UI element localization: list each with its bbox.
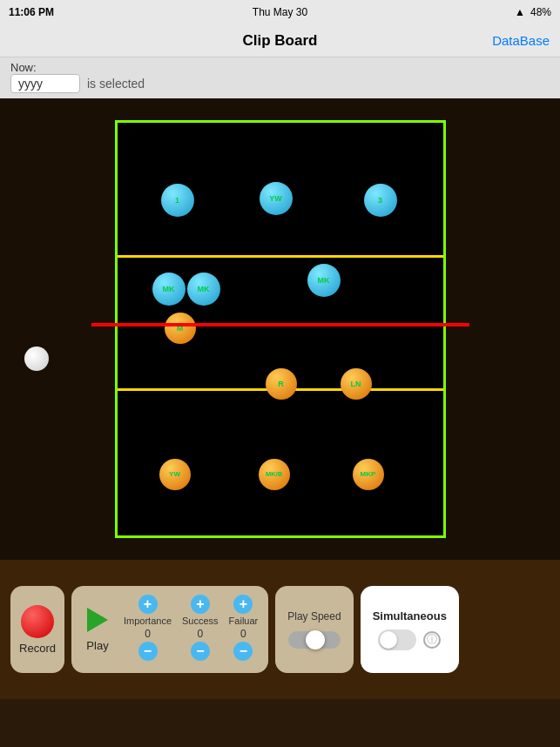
speed-label: Play Speed (287, 610, 341, 622)
now-label: Now: (10, 61, 550, 74)
toggle-thumb (380, 631, 397, 649)
play-label: Play (86, 639, 108, 652)
success-label: Success (182, 616, 219, 626)
play-controls: Play + Importance 0 − + Success 0 − + Fa… (71, 586, 268, 673)
speed-slider[interactable] (288, 631, 341, 649)
ball-b4[interactable]: MK (152, 273, 186, 306)
success-group: + Success 0 − (182, 595, 219, 661)
white-ball (24, 347, 49, 371)
court: 1 YW 3 MK MK MK M R LN YW MK/B MKP (115, 120, 446, 538)
ball-b9[interactable]: LN (341, 368, 372, 400)
importance-value: 0 (145, 628, 151, 640)
failuar-group: + Failuar 0 − (229, 595, 259, 661)
play-top: Play + Importance 0 − + Success 0 − + Fa… (82, 595, 258, 661)
status-day: Thu May 30 (253, 6, 307, 18)
court-container: 1 YW 3 MK MK MK M R LN YW MK/B MKP (0, 98, 560, 560)
now-bar: Now: yyyy is selected (0, 57, 560, 98)
ball-b11[interactable]: MK/B (259, 459, 290, 490)
toolbar: Record Play + Importance 0 − + Success (0, 560, 560, 699)
play-triangle-icon (87, 608, 108, 632)
success-minus-button[interactable]: − (191, 642, 210, 661)
database-button[interactable]: DataBase (492, 33, 550, 48)
court-line-top (118, 255, 443, 258)
info-icon[interactable]: ⓘ (423, 631, 441, 649)
ball-b6[interactable]: MK (307, 264, 341, 297)
status-right: ▲ 48% (515, 6, 551, 18)
wifi-icon: ▲ (515, 6, 525, 18)
ball-b12[interactable]: MKP (353, 459, 384, 490)
title-bar: Clip Board DataBase (0, 24, 560, 57)
ball-b8[interactable]: R (266, 368, 297, 400)
ball-b7[interactable]: M (165, 313, 196, 344)
simultaneous-label: Simultaneous (373, 609, 447, 622)
speed-container: Play Speed (275, 586, 353, 673)
now-value[interactable]: yyyy (10, 74, 80, 93)
simultaneous-container: Simultaneous ⓘ (361, 586, 459, 673)
importance-minus-button[interactable]: − (138, 642, 158, 661)
ball-b1[interactable]: 1 (161, 184, 194, 217)
ball-b10[interactable]: YW (159, 459, 191, 490)
failuar-value: 0 (240, 628, 246, 640)
battery-text: 48% (530, 6, 551, 18)
selected-text: is selected (87, 77, 145, 91)
importance-plus-button[interactable]: + (138, 595, 158, 614)
ball-b3[interactable]: 3 (364, 184, 397, 217)
record-button[interactable] (21, 605, 54, 638)
failuar-minus-button[interactable]: − (233, 642, 253, 661)
ball-b2[interactable]: YW (260, 182, 293, 215)
ball-b5[interactable]: MK (187, 273, 220, 306)
record-container: Record (10, 586, 64, 673)
simultaneous-toggle[interactable] (378, 629, 416, 650)
failuar-plus-button[interactable]: + (233, 595, 253, 614)
importance-group: + Importance 0 − (124, 595, 172, 661)
speed-thumb (306, 630, 325, 649)
failuar-label: Failuar (229, 616, 259, 626)
record-label: Record (19, 642, 56, 655)
success-plus-button[interactable]: + (191, 595, 210, 614)
play-button[interactable] (82, 604, 113, 636)
app-title: Clip Board (243, 32, 318, 50)
red-line (91, 323, 469, 326)
toggle-row: ⓘ (378, 629, 441, 650)
importance-label: Importance (124, 616, 172, 626)
success-value: 0 (197, 628, 203, 640)
status-bar: 11:06 PM Thu May 30 ▲ 48% (0, 0, 560, 24)
status-time: 11:06 PM (9, 6, 54, 18)
